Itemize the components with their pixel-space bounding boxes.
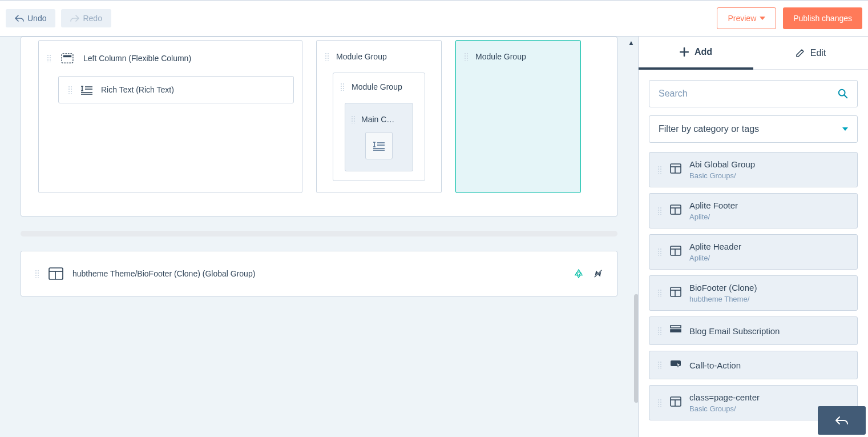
tab-add[interactable]: Add (639, 37, 753, 70)
drag-handle-icon[interactable] (657, 248, 662, 256)
drag-handle-icon[interactable] (657, 361, 662, 369)
redo-button: Redo (61, 9, 111, 27)
module-item-path: Aplite/ (689, 254, 741, 262)
module-item-path: Aplite/ (689, 213, 738, 221)
svg-rect-28 (671, 326, 681, 328)
footer-label: hubtheme Theme/BioFooter (Clone) (Global… (72, 269, 255, 278)
drag-handle-icon[interactable] (340, 83, 345, 91)
svg-rect-1 (63, 55, 71, 58)
rich-text-placeholder[interactable] (365, 132, 393, 159)
svg-rect-16 (671, 164, 681, 173)
toolbar-left: Undo Redo (6, 9, 111, 27)
svg-rect-30 (671, 330, 681, 332)
canvas-wrap: ▲ Left Column (Flexible Column) (0, 37, 638, 437)
tab-add-label: Add (695, 47, 712, 57)
drag-handle-icon[interactable] (325, 53, 329, 61)
drag-handle-icon[interactable] (657, 327, 662, 335)
canvas-vertical-scrollbar[interactable] (634, 294, 638, 403)
selected-module-group-card[interactable]: Module Group (455, 40, 581, 193)
module-item[interactable]: Abi Global GroupBasic Groups/ (649, 152, 858, 187)
drag-handle-icon[interactable] (35, 270, 39, 278)
module-item[interactable]: BioFooter (Clone)hubtheme Theme/ (649, 275, 858, 311)
left-column-card[interactable]: Left Column (Flexible Column) Rich Text … (38, 40, 302, 193)
canvas-row: Left Column (Flexible Column) Rich Text … (21, 37, 617, 217)
pencil-icon (796, 49, 805, 58)
horizontal-scrollbar[interactable] (21, 231, 617, 236)
drag-handle-icon[interactable] (657, 207, 662, 215)
chevron-down-icon (842, 127, 848, 131)
svg-rect-32 (671, 397, 681, 406)
undo-label: Undo (27, 14, 46, 23)
search-input[interactable] (659, 89, 838, 99)
drag-handle-icon[interactable] (351, 115, 356, 123)
module-item-title: Abi Global Group (689, 159, 755, 169)
layout-icon (49, 267, 63, 280)
drag-handle-icon[interactable] (464, 53, 469, 61)
module-item[interactable]: Blog Email Subscription (649, 316, 858, 345)
search-box[interactable] (649, 80, 858, 107)
selected-module-label: Module Group (475, 52, 526, 61)
module-item[interactable]: Aplite HeaderAplite/ (649, 234, 858, 270)
selected-module-header: Module Group (464, 52, 572, 61)
module-item-title: class=page-center (689, 392, 760, 402)
module-type-icon (670, 245, 681, 259)
search-icon (838, 89, 848, 99)
rich-text-icon (373, 141, 385, 151)
drag-handle-icon[interactable] (657, 289, 662, 297)
preview-label: Preview (728, 14, 756, 23)
module-type-icon (670, 358, 681, 372)
module-item-meta: Aplite FooterAplite/ (689, 201, 738, 221)
module-item[interactable]: Aplite FooterAplite/ (649, 193, 858, 228)
filter-dropdown[interactable]: Filter by category or tags (649, 115, 858, 143)
main-content-label: Main C… (361, 115, 394, 124)
tools-disabled-icon (593, 268, 603, 279)
redo-icon (70, 14, 79, 22)
drag-handle-icon[interactable] (68, 86, 72, 94)
nested-module-group[interactable]: Module Group Main C… (333, 73, 425, 181)
module-list: Abi Global GroupBasic Groups/Aplite Foot… (649, 152, 858, 420)
rich-text-module[interactable]: Rich Text (Rich Text) (58, 76, 294, 103)
undo-button[interactable]: Undo (6, 9, 55, 27)
rich-text-icon (80, 85, 93, 95)
tab-edit[interactable]: Edit (753, 37, 868, 69)
toolbar: Undo Redo Preview Publish changes (0, 0, 868, 37)
module-group-header: Module Group (325, 52, 433, 61)
revert-icon (834, 415, 849, 426)
svg-rect-0 (62, 54, 73, 63)
module-item-path: Basic Groups/ (689, 404, 760, 413)
left-column-header: Left Column (Flexible Column) (47, 52, 294, 65)
svg-point-14 (839, 90, 845, 96)
drag-handle-icon[interactable] (47, 54, 51, 62)
revert-button[interactable] (818, 406, 866, 435)
module-item-path: Basic Groups/ (689, 171, 755, 180)
redo-label: Redo (83, 14, 102, 23)
module-item-title: Aplite Footer (689, 201, 738, 210)
global-group-footer[interactable]: hubtheme Theme/BioFooter (Clone) (Global… (21, 251, 617, 296)
toolbar-right: Preview Publish changes (717, 7, 862, 29)
main-content-header: Main C… (351, 115, 407, 124)
drag-handle-icon[interactable] (657, 399, 662, 407)
flexible-column-icon (58, 52, 76, 65)
drag-handle-icon[interactable] (657, 166, 662, 174)
sidebar-tabs: Add Edit (639, 37, 868, 70)
module-item-meta: Call-to-Action (689, 360, 741, 370)
scroll-up-arrow-icon[interactable]: ▲ (628, 39, 635, 47)
module-group-card[interactable]: Module Group Module Group Main C… (316, 40, 442, 193)
svg-rect-19 (671, 205, 681, 214)
publish-label: Publish changes (793, 14, 852, 23)
chevron-down-icon (760, 17, 765, 20)
publish-button[interactable]: Publish changes (783, 7, 862, 29)
module-item-title: BioFooter (Clone) (689, 283, 757, 292)
main-content-module[interactable]: Main C… (345, 103, 413, 171)
module-item[interactable]: Call-to-Action (649, 351, 858, 379)
module-item-title: Aplite Header (689, 242, 741, 251)
preview-button[interactable]: Preview (717, 7, 776, 29)
nested-module-header: Module Group (340, 82, 418, 91)
module-item-title: Blog Email Subscription (689, 326, 780, 336)
svg-rect-22 (671, 246, 681, 255)
svg-line-15 (845, 95, 847, 98)
module-item-meta: BioFooter (Clone)hubtheme Theme/ (689, 283, 757, 303)
module-group-label: Module Group (336, 52, 387, 61)
module-item-meta: class=page-centerBasic Groups/ (689, 392, 760, 413)
sidebar-body: Filter by category or tags Abi Global Gr… (639, 70, 868, 431)
